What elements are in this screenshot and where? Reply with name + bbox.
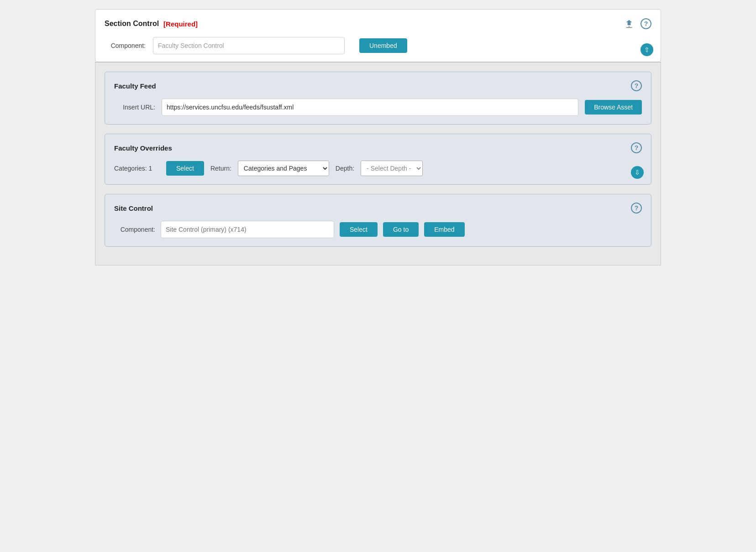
top-help-icon[interactable]: ? — [640, 18, 651, 29]
collapse-button[interactable]: ⇧ — [640, 43, 653, 56]
site-control-header: Site Control ? — [114, 203, 642, 214]
site-control-panel: Site Control ? Component: Select Go to E… — [105, 194, 651, 247]
page-wrapper: Section Control [Required] ? Component: — [86, 0, 670, 275]
component-input[interactable] — [153, 37, 345, 54]
expand-button[interactable]: ⇩ — [631, 166, 644, 179]
feed-row: Insert URL: Browse Asset — [114, 99, 642, 116]
section-control-title: Section Control — [105, 20, 159, 28]
download-icon[interactable] — [622, 17, 636, 31]
categories-label: Categories: 1 — [114, 165, 160, 172]
faculty-overrides-title: Faculty Overrides — [114, 144, 172, 152]
top-panel-title: Section Control [Required] — [105, 20, 198, 28]
required-badge: [Required] — [163, 20, 198, 28]
overrides-row: Categories: 1 Select Return: Categories … — [114, 161, 642, 176]
return-label: Return: — [210, 165, 231, 172]
component-row: Component: Unembed — [105, 37, 651, 54]
help-icon-label: ? — [635, 82, 639, 89]
insert-url-label: Insert URL: — [114, 104, 155, 111]
site-component-input[interactable] — [161, 221, 334, 238]
svg-marker-0 — [626, 20, 632, 26]
site-control-help-icon[interactable]: ? — [631, 203, 642, 214]
depth-select[interactable]: - Select Depth - 1 2 3 4 5 — [361, 161, 423, 176]
unembed-button[interactable]: Unembed — [359, 38, 407, 53]
faculty-feed-header: Faculty Feed ? — [114, 80, 642, 91]
faculty-overrides-panel: Faculty Overrides ? Categories: 1 Select… — [105, 134, 651, 185]
overrides-select-button[interactable]: Select — [166, 161, 204, 176]
faculty-overrides-help-icon[interactable]: ? — [631, 142, 642, 153]
overrides-help-label: ? — [635, 144, 639, 151]
site-component-label: Component: — [114, 226, 155, 233]
top-panel-icons: ? — [622, 17, 651, 31]
site-row: Component: Select Go to Embed — [114, 221, 642, 238]
faculty-overrides-header: Faculty Overrides ? — [114, 142, 642, 153]
browse-asset-button[interactable]: Browse Asset — [585, 100, 642, 115]
top-panel-header: Section Control [Required] ? — [105, 17, 651, 31]
goto-button[interactable]: Go to — [383, 222, 419, 237]
feed-url-input[interactable] — [162, 99, 578, 116]
faculty-feed-title: Faculty Feed — [114, 82, 156, 90]
depth-label: Depth: — [336, 165, 354, 172]
return-select[interactable]: Categories and Pages Categories Only Pag… — [238, 161, 329, 176]
content-area: Faculty Feed ? Insert URL: Browse Asset … — [95, 62, 661, 266]
faculty-feed-help-icon[interactable]: ? — [631, 80, 642, 91]
site-select-button[interactable]: Select — [340, 222, 378, 237]
site-help-label: ? — [635, 204, 639, 212]
help-icon-text: ? — [644, 20, 648, 27]
section-control-panel: Section Control [Required] ? Component: — [95, 9, 661, 62]
embed-button[interactable]: Embed — [424, 222, 464, 237]
site-control-title: Site Control — [114, 204, 153, 212]
faculty-feed-panel: Faculty Feed ? Insert URL: Browse Asset — [105, 72, 651, 125]
component-label: Component: — [105, 42, 146, 49]
